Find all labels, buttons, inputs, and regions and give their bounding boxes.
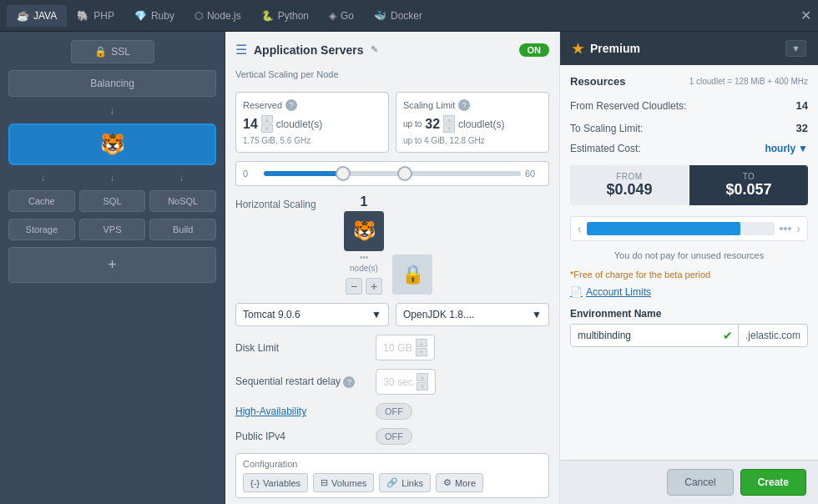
disk-input[interactable]: 10 GB ▲ ▼ bbox=[376, 335, 435, 360]
nodejs-icon: ⬡ bbox=[194, 10, 203, 22]
seq-stepper[interactable]: ▲ ▼ bbox=[417, 373, 428, 391]
cancel-button[interactable]: Cancel bbox=[667, 469, 733, 496]
edit-icon[interactable]: ✎ bbox=[371, 44, 378, 55]
vps-button[interactable]: VPS bbox=[79, 219, 146, 240]
slider-thumb-left[interactable] bbox=[336, 166, 351, 181]
reserved-decrement[interactable]: ▼ bbox=[261, 124, 273, 133]
volumes-button[interactable]: ⊟ Volumes bbox=[313, 473, 374, 492]
nosql-button[interactable]: NoSQL bbox=[149, 190, 216, 212]
tab-php-label: PHP bbox=[93, 10, 114, 22]
slider-thumb-right[interactable] bbox=[397, 166, 412, 181]
node-controls: − + bbox=[346, 278, 382, 295]
unused-dots-icon: ••• bbox=[780, 222, 792, 235]
openjdk-label: OpenJDK 1.8.... bbox=[403, 309, 474, 320]
right-panel: ★ Premium ▼ Resources 1 cloudlet = 128 M… bbox=[559, 32, 818, 504]
vertical-scaling-label: Vertical Scaling per Node bbox=[235, 69, 549, 79]
more-button[interactable]: ⚙ More bbox=[436, 473, 483, 492]
disk-increment[interactable]: ▲ bbox=[416, 339, 427, 347]
reserved-box: Reserved ? 14 ▲ ▼ cloudlet(s) 1.75 GiB, … bbox=[235, 92, 389, 153]
hourly-select[interactable]: hourly ▼ bbox=[765, 143, 808, 154]
seq-unit: sec bbox=[397, 376, 413, 388]
seq-increment[interactable]: ▲ bbox=[417, 373, 428, 381]
variables-label: Variables bbox=[263, 478, 300, 488]
ha-label[interactable]: High-Availability bbox=[235, 406, 369, 417]
arrow-left-icon: ↓ bbox=[41, 172, 46, 184]
reserved-value: 14 bbox=[243, 117, 258, 132]
prev-button[interactable]: ‹ bbox=[578, 222, 582, 235]
java-icon: ☕ bbox=[17, 10, 29, 22]
seq-info-icon[interactable]: ? bbox=[343, 376, 355, 388]
from-reserved-row: From Reserved Cloudlets: 14 bbox=[570, 98, 808, 113]
horizontal-scaling-section: Horizontal Scaling 1 🐯 ••• node(s) − + 🔒 bbox=[235, 194, 549, 295]
sql-button[interactable]: SQL bbox=[79, 190, 146, 212]
cost-row: Estimated Cost: hourly ▼ bbox=[570, 143, 808, 154]
tab-java-label: JAVA bbox=[33, 10, 57, 22]
disk-value: 10 bbox=[383, 342, 394, 354]
slider-track[interactable] bbox=[264, 171, 521, 176]
variables-button[interactable]: {-} Variables bbox=[243, 473, 308, 492]
scaling-limit-info-icon[interactable]: ? bbox=[458, 99, 470, 111]
create-button[interactable]: Create bbox=[740, 469, 806, 496]
python-icon: 🐍 bbox=[261, 10, 274, 22]
tab-docker[interactable]: 🐳 Docker bbox=[364, 5, 432, 27]
reserved-increment[interactable]: ▲ bbox=[261, 115, 273, 123]
ssl-button[interactable]: 🔒 SSL bbox=[71, 40, 154, 63]
links-icon: 🔗 bbox=[386, 477, 398, 488]
close-button[interactable]: ✕ bbox=[800, 8, 811, 23]
reserved-title: Reserved bbox=[243, 100, 282, 110]
tab-python[interactable]: 🐍 Python bbox=[251, 5, 319, 27]
ipv4-toggle[interactable]: OFF bbox=[376, 428, 412, 445]
node-increment[interactable]: + bbox=[366, 278, 382, 295]
disk-stepper[interactable]: ▲ ▼ bbox=[416, 339, 427, 356]
slider-area[interactable]: 0 60 bbox=[235, 161, 549, 186]
server-node[interactable]: 🐯 bbox=[8, 123, 216, 165]
config-section: Configuration {-} Variables ⊟ Volumes 🔗 … bbox=[235, 453, 549, 498]
seq-input[interactable]: 30 sec ▲ ▼ bbox=[376, 369, 436, 395]
disk-decrement[interactable]: ▼ bbox=[416, 348, 427, 356]
server-node-icon: 🐯 bbox=[100, 133, 125, 156]
ha-toggle[interactable]: OFF bbox=[376, 403, 412, 420]
tab-php[interactable]: 🐘 PHP bbox=[67, 5, 124, 27]
links-button[interactable]: 🔗 Links bbox=[379, 473, 431, 492]
from-reserved-label: From Reserved Cloudlets: bbox=[570, 100, 686, 112]
more-label: More bbox=[455, 478, 476, 488]
arrow-center-icon: ↓ bbox=[110, 172, 115, 184]
next-button[interactable]: › bbox=[796, 222, 800, 235]
scaling-increment[interactable]: ▲ bbox=[443, 115, 455, 123]
slider-min: 0 bbox=[243, 169, 260, 179]
tab-nodejs[interactable]: ⬡ Node.js bbox=[184, 5, 251, 27]
node-decrement[interactable]: − bbox=[346, 278, 362, 295]
account-limits-link[interactable]: 📄 Account Limits bbox=[570, 286, 808, 298]
cloudlet-info: 1 cloudlet = 128 MiB + 400 MHz bbox=[689, 77, 808, 86]
node-dots: ••• bbox=[360, 253, 369, 262]
storage-button[interactable]: Storage bbox=[8, 219, 75, 240]
env-name-row: ✔ .jelastic.com bbox=[570, 324, 808, 347]
reserved-info-icon[interactable]: ? bbox=[285, 99, 297, 111]
env-name-input[interactable] bbox=[571, 325, 718, 346]
tab-ruby[interactable]: 💎 Ruby bbox=[124, 5, 184, 27]
star-icon: ★ bbox=[572, 41, 583, 57]
to-scaling-value: 32 bbox=[796, 122, 808, 134]
panel-dropdown[interactable]: ▼ bbox=[785, 40, 806, 57]
disabled-node: 🔒 bbox=[392, 255, 432, 295]
add-button[interactable]: + bbox=[8, 247, 216, 283]
price-from-box: FROM $0.049 bbox=[570, 165, 689, 205]
node-label: node(s) bbox=[350, 264, 378, 273]
seq-decrement[interactable]: ▼ bbox=[417, 382, 428, 391]
cache-button[interactable]: Cache bbox=[8, 190, 75, 212]
add-icon: + bbox=[108, 256, 117, 273]
env-domain: .jelastic.com bbox=[738, 325, 807, 346]
balancing-label: Balancing bbox=[90, 78, 134, 89]
reserved-stepper[interactable]: ▲ ▼ bbox=[261, 115, 273, 133]
scaling-stepper[interactable]: ▲ ▼ bbox=[443, 115, 455, 133]
build-button[interactable]: Build bbox=[149, 219, 216, 240]
tomcat-select[interactable]: Tomcat 9.0.6 ▼ bbox=[235, 303, 389, 326]
tab-go[interactable]: ◈ Go bbox=[319, 5, 364, 27]
openjdk-select[interactable]: OpenJDK 1.8.... ▼ bbox=[396, 303, 549, 326]
tab-java[interactable]: ☕ JAVA bbox=[7, 5, 67, 27]
scaling-decrement[interactable]: ▼ bbox=[443, 124, 455, 133]
balancing-button[interactable]: Balancing bbox=[8, 70, 216, 97]
toggle-on-switch[interactable]: ON bbox=[519, 43, 550, 57]
price-from-label: FROM bbox=[577, 172, 682, 181]
ruby-icon: 💎 bbox=[134, 10, 147, 22]
